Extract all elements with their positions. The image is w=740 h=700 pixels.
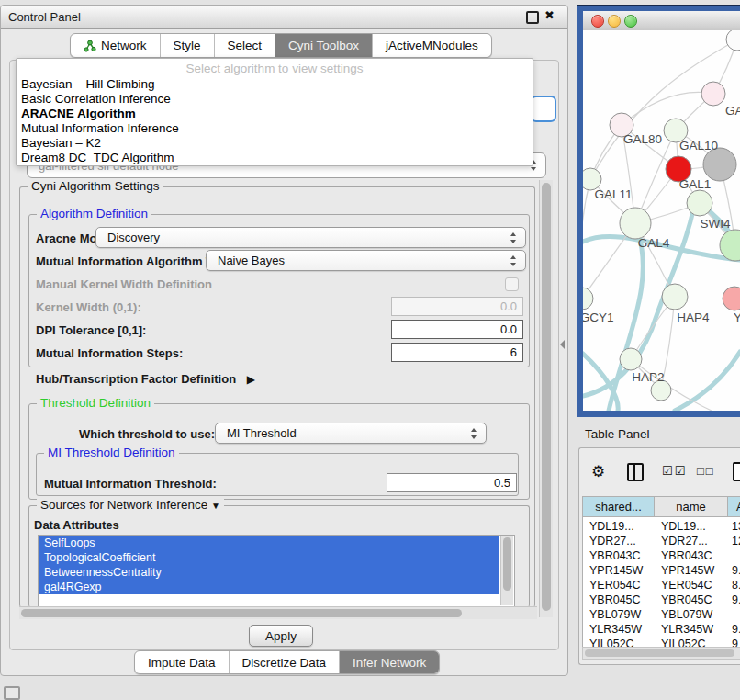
mac-close-icon[interactable] xyxy=(591,15,604,28)
spinner-icon xyxy=(471,428,477,439)
attribute-item[interactable]: TopologicalCoefficient xyxy=(39,550,499,565)
mi-type-combo[interactable]: Naive Bayes xyxy=(206,250,526,271)
attr-list-scrollbar[interactable] xyxy=(500,536,513,605)
select-all-checks-icon[interactable]: ☑☑ xyxy=(662,464,687,478)
node-salmon[interactable] xyxy=(723,287,740,310)
dock-icon[interactable] xyxy=(4,686,20,700)
table-panel-title: Table Panel xyxy=(585,427,650,441)
table-cell[interactable]: YLR345W xyxy=(589,622,654,637)
sources-legend[interactable]: Sources for Network Inference ▼ xyxy=(37,498,224,512)
dropdown-item[interactable]: Mutual Information Inference xyxy=(21,121,179,135)
node-label: GAL10 xyxy=(679,139,718,152)
split-columns-icon[interactable] xyxy=(627,463,644,481)
settings-horizontal-scrollbar[interactable] xyxy=(19,606,537,619)
column-header[interactable]: A xyxy=(728,497,740,517)
node[interactable] xyxy=(701,82,725,106)
table-cell[interactable]: YBR045C xyxy=(661,593,727,607)
control-panel-tabs: Network Style Select Cyni Toolbox jActiv… xyxy=(70,33,492,58)
settings-vertical-scrollbar[interactable] xyxy=(539,180,553,617)
table-cell[interactable]: 9. xyxy=(732,622,740,637)
table-cell[interactable]: 8. xyxy=(732,578,740,593)
table-cell[interactable]: YDL19... xyxy=(661,519,727,534)
collapse-down-icon[interactable]: ▼ xyxy=(211,501,220,511)
dpi-tolerance-field[interactable]: 0.0 xyxy=(391,320,523,339)
table-cell[interactable]: YDR27... xyxy=(589,534,654,548)
apply-button[interactable]: Apply xyxy=(249,625,313,647)
table-cell[interactable]: 13 xyxy=(732,519,740,534)
node-label: HAP4 xyxy=(677,310,710,324)
mi-threshold-label: Mutual Information Threshold: xyxy=(44,477,217,491)
attribute-item[interactable]: SelfLoops xyxy=(39,536,499,550)
tab-impute-data[interactable]: Impute Data xyxy=(135,651,230,673)
mac-minimize-icon[interactable] xyxy=(608,15,621,28)
table-cell[interactable]: YBR043C xyxy=(661,548,727,563)
mi-steps-field[interactable]: 6 xyxy=(391,343,523,362)
node-label: Y xyxy=(734,310,740,324)
tab-style[interactable]: Style xyxy=(161,34,215,57)
dropdown-item-selected[interactable]: ARACNE Algorithm xyxy=(21,107,136,120)
node-gcy1[interactable] xyxy=(583,288,593,310)
table-cell[interactable]: YBR043C xyxy=(589,548,654,563)
tab-infer-network[interactable]: Infer Network xyxy=(340,651,439,673)
float-window-icon[interactable] xyxy=(526,11,539,24)
which-threshold-combo[interactable]: MI Threshold xyxy=(215,423,487,444)
node-gray[interactable] xyxy=(703,148,736,181)
node[interactable] xyxy=(726,30,740,51)
table-cell[interactable]: YER054C xyxy=(661,578,727,593)
table-cell[interactable]: YBL079W xyxy=(661,607,727,622)
table-horizontal-scrollbar[interactable] xyxy=(582,647,740,660)
column-header[interactable]: name xyxy=(655,497,728,517)
table-cell[interactable]: YBL079W xyxy=(589,607,654,622)
tab-select[interactable]: Select xyxy=(215,34,276,57)
manual-kernel-checkbox[interactable] xyxy=(505,277,519,291)
new-table-icon[interactable] xyxy=(733,462,740,481)
node-hap4[interactable] xyxy=(662,284,688,310)
table-cell[interactable]: YPR145W xyxy=(589,563,654,578)
dropdown-item[interactable]: Basic Correlation Inference xyxy=(21,92,171,106)
node-gal4[interactable] xyxy=(620,208,651,239)
tab-cyni-toolbox[interactable]: Cyni Toolbox xyxy=(275,34,373,57)
control-panel-title: Control Panel xyxy=(8,10,81,24)
table-cell[interactable]: 9. xyxy=(732,563,740,578)
network-window-titlebar[interactable] xyxy=(583,11,740,31)
network-graph: GAL GAL80 GAL10 GAL1 GAL11 SWI4 GAL4 GCY… xyxy=(583,30,740,411)
tab-discretize-data[interactable]: Discretize Data xyxy=(230,651,341,673)
mi-threshold-field[interactable]: 0.5 xyxy=(387,473,517,492)
data-attributes-list[interactable]: SelfLoops TopologicalCoefficient Between… xyxy=(38,535,515,608)
close-icon[interactable]: ✖ xyxy=(544,8,555,22)
spinner-icon xyxy=(510,232,517,243)
kernel-width-field[interactable]: 0.0 xyxy=(391,297,523,316)
table-cell[interactable]: 12 xyxy=(732,534,740,548)
panel-divider-handle[interactable] xyxy=(560,340,565,349)
mac-zoom-icon[interactable] xyxy=(624,15,637,28)
tab-jactivemnodules[interactable]: jActiveMNodules xyxy=(373,34,491,57)
network-view-window[interactable]: GAL GAL80 GAL10 GAL1 GAL11 SWI4 GAL4 GCY… xyxy=(577,5,740,417)
expand-right-icon[interactable]: ▶ xyxy=(247,373,255,386)
table-cell[interactable] xyxy=(732,548,740,563)
table-cell[interactable]: YBR045C xyxy=(589,593,654,607)
dropdown-item[interactable]: Dream8 DC_TDC Algorithm xyxy=(21,151,174,164)
dpi-tolerance-label: DPI Tolerance [0,1]: xyxy=(36,323,146,337)
node-label: HAP2 xyxy=(632,370,664,384)
table-cell[interactable]: YLR345W xyxy=(661,622,727,637)
table-cell[interactable]: YPR145W xyxy=(661,563,727,578)
hub-definition-expander[interactable]: Hub/Transcription Factor Definition ▶ xyxy=(36,372,255,386)
dropdown-item[interactable]: Bayesian – Hill Climbing xyxy=(21,77,155,91)
column-header[interactable]: shared... xyxy=(583,497,655,517)
control-panel-titlebar[interactable]: Control Panel ✖ xyxy=(1,6,567,29)
table-cell[interactable]: YER054C xyxy=(589,578,654,593)
attribute-item[interactable]: BetweennessCentrality xyxy=(39,565,499,580)
table-cell[interactable]: YDR27... xyxy=(661,534,727,548)
network-canvas[interactable]: GAL GAL80 GAL10 GAL1 GAL11 SWI4 GAL4 GCY… xyxy=(583,30,740,411)
table-cell[interactable]: YDL19... xyxy=(589,519,654,534)
attribute-item[interactable]: gal4RGexp xyxy=(39,580,499,594)
table-cell[interactable]: 9. xyxy=(732,593,740,607)
table-cell[interactable] xyxy=(732,607,740,622)
node-hap2[interactable] xyxy=(620,348,642,370)
dropdown-item[interactable]: Bayesian – K2 xyxy=(21,136,101,150)
settings-gear-icon[interactable]: ⚙ xyxy=(591,462,605,481)
aracne-mode-combo[interactable]: Discovery xyxy=(95,227,526,248)
node[interactable] xyxy=(687,190,712,216)
tab-network[interactable]: Network xyxy=(71,34,161,57)
deselect-all-icon[interactable]: □□ xyxy=(697,464,715,478)
